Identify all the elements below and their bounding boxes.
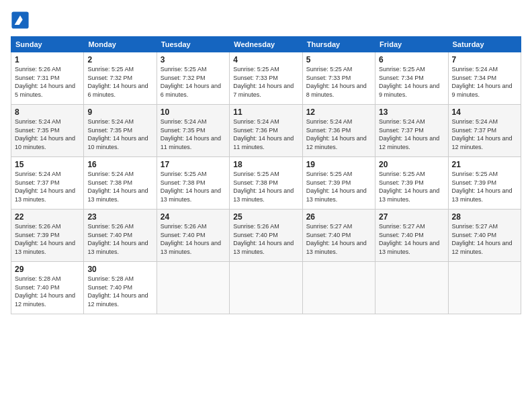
day-info: Sunrise: 5:25 AM Sunset: 7:32 PM Dayligh… [87, 65, 152, 99]
sunset-label: Sunset: 7:36 PM [233, 127, 278, 134]
daylight-label: Daylight: 14 hours and 9 minutes. [379, 83, 439, 98]
day-info: Sunrise: 5:27 AM Sunset: 7:40 PM Dayligh… [452, 222, 517, 256]
daylight-label: Daylight: 14 hours and 5 minutes. [15, 83, 75, 98]
sunset-label: Sunset: 7:38 PM [233, 179, 278, 186]
daylight-label: Daylight: 14 hours and 13 minutes. [379, 240, 439, 255]
day-number: 26 [306, 212, 371, 222]
sunrise-label: Sunrise: 5:27 AM [452, 223, 498, 230]
calendar-cell [375, 262, 448, 314]
day-number: 25 [233, 212, 298, 222]
daylight-label: Daylight: 14 hours and 13 minutes. [87, 187, 148, 203]
daylight-label: Daylight: 14 hours and 13 minutes. [306, 187, 367, 203]
day-info: Sunrise: 5:26 AM Sunset: 7:39 PM Dayligh… [15, 222, 80, 256]
sunrise-label: Sunrise: 5:24 AM [233, 118, 279, 125]
daylight-label: Daylight: 14 hours and 10 minutes. [15, 135, 75, 150]
sunset-label: Sunset: 7:32 PM [87, 75, 132, 81]
daylight-label: Daylight: 14 hours and 7 minutes. [233, 83, 294, 98]
day-info: Sunrise: 5:28 AM Sunset: 7:40 PM Dayligh… [87, 275, 152, 308]
daylight-label: Daylight: 14 hours and 13 minutes. [306, 240, 367, 255]
calendar-cell: 1 Sunrise: 5:26 AM Sunset: 7:31 PM Dayli… [11, 52, 84, 105]
day-number: 14 [452, 107, 517, 117]
sunrise-label: Sunrise: 5:25 AM [452, 171, 498, 177]
calendar-cell: 6 Sunrise: 5:25 AM Sunset: 7:34 PM Dayli… [375, 52, 448, 105]
calendar-cell: 4 Sunrise: 5:25 AM Sunset: 7:33 PM Dayli… [230, 52, 302, 105]
day-number: 5 [306, 55, 371, 64]
day-number: 28 [452, 212, 517, 222]
day-info: Sunrise: 5:24 AM Sunset: 7:37 PM Dayligh… [452, 118, 517, 151]
sunrise-label: Sunrise: 5:24 AM [452, 66, 498, 73]
day-info: Sunrise: 5:27 AM Sunset: 7:40 PM Dayligh… [306, 222, 371, 256]
sunset-label: Sunset: 7:34 PM [452, 75, 497, 81]
calendar-cell [302, 262, 375, 314]
day-number: 10 [161, 107, 226, 117]
day-info: Sunrise: 5:25 AM Sunset: 7:39 PM Dayligh… [379, 170, 444, 203]
day-number: 18 [233, 160, 298, 169]
sunset-label: Sunset: 7:40 PM [452, 232, 497, 238]
sunset-label: Sunset: 7:35 PM [15, 127, 60, 134]
calendar-header-row: SundayMondayTuesdayWednesdayThursdayFrid… [11, 37, 521, 52]
calendar-header-thursday: Thursday [302, 37, 375, 52]
sunset-label: Sunset: 7:32 PM [161, 75, 206, 81]
sunset-label: Sunset: 7:33 PM [306, 75, 351, 81]
daylight-label: Daylight: 14 hours and 6 minutes. [161, 83, 221, 98]
day-number: 20 [379, 160, 444, 169]
sunrise-label: Sunrise: 5:24 AM [87, 171, 134, 177]
calendar-week-3: 15 Sunrise: 5:24 AM Sunset: 7:37 PM Dayl… [11, 157, 521, 210]
calendar-cell: 7 Sunrise: 5:24 AM Sunset: 7:34 PM Dayli… [448, 52, 521, 105]
calendar-cell: 21 Sunrise: 5:25 AM Sunset: 7:39 PM Dayl… [448, 157, 521, 210]
sunset-label: Sunset: 7:39 PM [15, 232, 60, 238]
daylight-label: Daylight: 14 hours and 12 minutes. [379, 135, 439, 150]
daylight-label: Daylight: 14 hours and 12 minutes. [15, 292, 75, 308]
day-number: 11 [233, 107, 298, 117]
day-info: Sunrise: 5:25 AM Sunset: 7:38 PM Dayligh… [233, 170, 298, 203]
sunrise-label: Sunrise: 5:24 AM [306, 118, 353, 125]
calendar-header-saturday: Saturday [448, 37, 521, 52]
calendar-cell: 3 Sunrise: 5:25 AM Sunset: 7:32 PM Dayli… [157, 52, 229, 105]
sunrise-label: Sunrise: 5:25 AM [233, 66, 279, 73]
sunrise-label: Sunrise: 5:26 AM [233, 223, 279, 230]
day-number: 23 [87, 212, 152, 222]
sunrise-label: Sunrise: 5:28 AM [15, 275, 61, 282]
day-number: 8 [15, 107, 80, 117]
day-info: Sunrise: 5:25 AM Sunset: 7:33 PM Dayligh… [306, 65, 371, 99]
day-number: 15 [15, 160, 80, 169]
day-number: 6 [379, 55, 444, 64]
sunset-label: Sunset: 7:36 PM [306, 127, 351, 134]
day-number: 4 [233, 55, 298, 64]
calendar-cell: 5 Sunrise: 5:25 AM Sunset: 7:33 PM Dayli… [302, 52, 375, 105]
daylight-label: Daylight: 14 hours and 13 minutes. [379, 187, 439, 203]
sunset-label: Sunset: 7:37 PM [379, 127, 424, 134]
header [11, 11, 521, 30]
calendar-cell: 22 Sunrise: 5:26 AM Sunset: 7:39 PM Dayl… [11, 210, 84, 262]
day-info: Sunrise: 5:25 AM Sunset: 7:34 PM Dayligh… [379, 65, 444, 99]
calendar-cell: 25 Sunrise: 5:26 AM Sunset: 7:40 PM Dayl… [230, 210, 302, 262]
sunset-label: Sunset: 7:33 PM [233, 75, 278, 81]
calendar-cell: 12 Sunrise: 5:24 AM Sunset: 7:36 PM Dayl… [302, 105, 375, 157]
sunrise-label: Sunrise: 5:25 AM [306, 66, 353, 73]
day-number: 16 [87, 160, 152, 169]
day-info: Sunrise: 5:25 AM Sunset: 7:33 PM Dayligh… [233, 65, 298, 99]
daylight-label: Daylight: 14 hours and 13 minutes. [233, 240, 294, 255]
sunrise-label: Sunrise: 5:26 AM [15, 66, 61, 73]
day-info: Sunrise: 5:28 AM Sunset: 7:40 PM Dayligh… [15, 275, 80, 308]
sunrise-label: Sunrise: 5:25 AM [306, 171, 353, 177]
day-info: Sunrise: 5:25 AM Sunset: 7:39 PM Dayligh… [452, 170, 517, 203]
sunrise-label: Sunrise: 5:24 AM [87, 118, 134, 125]
sunset-label: Sunset: 7:34 PM [379, 75, 424, 81]
calendar-cell: 27 Sunrise: 5:27 AM Sunset: 7:40 PM Dayl… [375, 210, 448, 262]
daylight-label: Daylight: 14 hours and 13 minutes. [233, 187, 294, 203]
calendar-cell: 13 Sunrise: 5:24 AM Sunset: 7:37 PM Dayl… [375, 105, 448, 157]
calendar-week-1: 1 Sunrise: 5:26 AM Sunset: 7:31 PM Dayli… [11, 52, 521, 105]
day-number: 27 [379, 212, 444, 222]
day-info: Sunrise: 5:26 AM Sunset: 7:40 PM Dayligh… [161, 222, 226, 256]
calendar-week-2: 8 Sunrise: 5:24 AM Sunset: 7:35 PM Dayli… [11, 105, 521, 157]
calendar-cell: 20 Sunrise: 5:25 AM Sunset: 7:39 PM Dayl… [375, 157, 448, 210]
calendar-header-friday: Friday [375, 37, 448, 52]
calendar-cell: 8 Sunrise: 5:24 AM Sunset: 7:35 PM Dayli… [11, 105, 84, 157]
sunrise-label: Sunrise: 5:26 AM [161, 223, 207, 230]
sunrise-label: Sunrise: 5:27 AM [306, 223, 353, 230]
daylight-label: Daylight: 14 hours and 12 minutes. [452, 135, 513, 150]
calendar-cell: 23 Sunrise: 5:26 AM Sunset: 7:40 PM Dayl… [84, 210, 157, 262]
day-info: Sunrise: 5:27 AM Sunset: 7:40 PM Dayligh… [379, 222, 444, 256]
calendar-cell: 16 Sunrise: 5:24 AM Sunset: 7:38 PM Dayl… [84, 157, 157, 210]
